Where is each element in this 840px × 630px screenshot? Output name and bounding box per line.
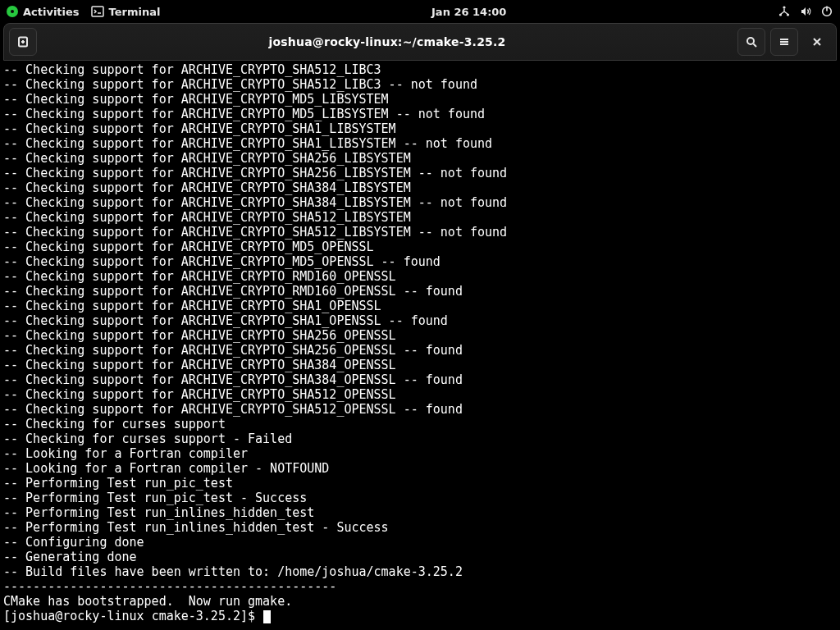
terminal-line: -- Checking support for ARCHIVE_CRYPTO_S… [3,210,837,225]
terminal-line: -- Checking support for ARCHIVE_CRYPTO_S… [3,402,837,417]
activities-icon [7,6,18,17]
terminal-line: -- Checking support for ARCHIVE_CRYPTO_M… [3,240,837,254]
window-titlebar: joshua@rocky-linux:~/cmake-3.25.2 [3,23,837,61]
menu-button[interactable] [770,28,798,56]
terminal-line: -- Checking support for ARCHIVE_CRYPTO_R… [3,284,837,299]
terminal-line: -- Checking support for ARCHIVE_CRYPTO_R… [3,269,837,284]
terminal-line: -- Generating done [3,550,837,564]
clock-label: Jan 26 14:00 [431,6,506,18]
terminal-line: -- Checking support for ARCHIVE_CRYPTO_S… [3,225,837,240]
app-menu-label: Terminal [109,6,161,18]
new-tab-button[interactable] [9,28,37,56]
terminal-line: -- Checking support for ARCHIVE_CRYPTO_S… [3,343,837,358]
terminal-line: -- Checking support for ARCHIVE_CRYPTO_M… [3,254,837,269]
search-button[interactable] [737,28,765,56]
terminal-line: -- Checking support for ARCHIVE_CRYPTO_S… [3,180,837,195]
terminal-line: ----------------------------------------… [3,579,837,594]
terminal-line: -- Performing Test run_inlines_hidden_te… [3,520,837,535]
window-title: joshua@rocky-linux:~/cmake-3.25.2 [37,35,737,48]
terminal-line: -- Checking support for ARCHIVE_CRYPTO_M… [3,92,837,107]
gnome-topbar: Activities Terminal Jan 26 14:00 [0,0,840,23]
svg-rect-5 [826,7,828,11]
prompt-line[interactable]: [joshua@rocky-linux cmake-3.25.2]$ [3,609,837,623]
terminal-line: -- Checking support for ARCHIVE_CRYPTO_S… [3,387,837,402]
terminal-line: -- Build files have been written to: /ho… [3,564,837,579]
terminal-line: -- Checking support for ARCHIVE_CRYPTO_S… [3,299,837,313]
network-icon[interactable] [778,5,791,18]
terminal-line: CMake has bootstrapped. Now run gmake. [3,594,837,609]
activities-button[interactable]: Activities [7,6,80,18]
terminal-output[interactable]: -- Checking support for ARCHIVE_CRYPTO_S… [3,61,837,630]
terminal-line: -- Looking for a Fortran compiler [3,446,837,461]
terminal-line: -- Checking support for ARCHIVE_CRYPTO_S… [3,166,837,180]
terminal-line: -- Checking support for ARCHIVE_CRYPTO_M… [3,107,837,121]
clock[interactable]: Jan 26 14:00 [431,6,506,18]
terminal-line: -- Checking support for ARCHIVE_CRYPTO_S… [3,62,837,77]
terminal-line: -- Checking support for ARCHIVE_CRYPTO_S… [3,358,837,372]
power-icon[interactable] [820,5,833,18]
terminal-line: -- Configuring done [3,535,837,550]
terminal-line: -- Checking support for ARCHIVE_CRYPTO_S… [3,121,837,136]
cursor [263,610,271,623]
terminal-line: -- Checking for curses support [3,417,837,431]
app-menu[interactable]: Terminal [91,5,161,18]
terminal-line: -- Looking for a Fortran compiler - NOTF… [3,461,837,476]
terminal-line: -- Checking support for ARCHIVE_CRYPTO_S… [3,313,837,328]
terminal-line: -- Checking support for ARCHIVE_CRYPTO_S… [3,328,837,343]
svg-point-1 [783,6,785,8]
terminal-line: -- Performing Test run_inlines_hidden_te… [3,505,837,520]
terminal-line: -- Checking support for ARCHIVE_CRYPTO_S… [3,151,837,166]
terminal-line: -- Checking support for ARCHIVE_CRYPTO_S… [3,372,837,387]
close-button[interactable] [803,28,831,56]
terminal-line: -- Checking support for ARCHIVE_CRYPTO_S… [3,195,837,210]
terminal-line: -- Checking support for ARCHIVE_CRYPTO_S… [3,77,837,92]
terminal-line: -- Checking for curses support - Failed [3,431,837,446]
terminal-app-icon [91,5,104,18]
terminal-line: -- Performing Test run_pic_test [3,476,837,491]
activities-label: Activities [23,6,80,18]
terminal-line: -- Performing Test run_pic_test - Succes… [3,491,837,505]
svg-rect-0 [92,7,103,16]
svg-point-7 [747,38,754,44]
terminal-line: -- Checking support for ARCHIVE_CRYPTO_S… [3,136,837,151]
volume-icon[interactable] [799,5,812,18]
